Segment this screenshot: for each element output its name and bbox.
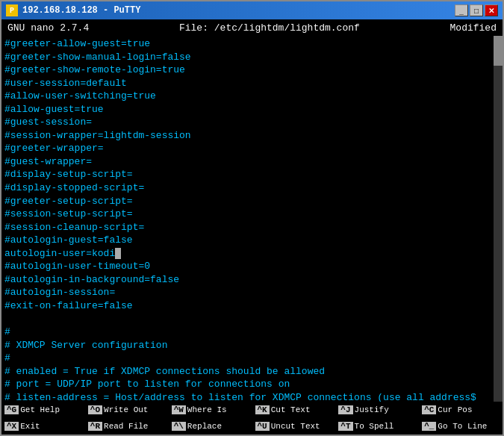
label-get-help: Get Help [20,405,60,414]
footer-item-gotoline[interactable]: ^_ Go To Line [419,418,503,435]
footer-item-gethelp[interactable]: ^G Get Help [1,402,85,418]
footer-item-exit[interactable]: ^X Exit [1,418,85,435]
footer-item-justify[interactable]: ^J Justify [335,402,419,418]
scrollbar[interactable] [494,36,503,402]
label-exit: Exit [20,422,40,431]
nano-status: Modified [450,22,497,34]
label-replace: Replace [187,422,222,431]
nano-file: File: /etc/lightdm/lightdm.conf [179,22,360,34]
terminal-body[interactable]: #greeter-allow-guest=true #greeter-show-… [1,36,503,402]
title-bar-left: P 192.168.18.128 - PuTTY [6,4,140,16]
footer-item-uncut[interactable]: ^U Uncut Text [252,418,336,435]
key-uncut: ^U [255,422,270,431]
scrollbar-thumb[interactable] [494,36,503,66]
key-cut-text: ^K [255,405,270,414]
label-to-spell: To Spell [355,422,394,431]
key-get-help: ^G [4,405,19,414]
label-cut-text: Cut Text [271,405,311,414]
minimize-button[interactable]: _ [455,4,468,16]
footer-item-writeout[interactable]: ^O Write Out [85,402,169,418]
footer-item-replace[interactable]: ^\ Replace [169,418,252,435]
nano-footer: ^G Get Help ^O Write Out ^W Where Is ^K … [1,402,503,435]
key-where-is: ^W [172,405,186,414]
footer-item-curpos[interactable]: ^C Cur Pos [419,402,503,418]
window-title: 192.168.18.128 - PuTTY [22,5,140,16]
footer-item-readfile[interactable]: ^R Read File [85,418,169,435]
close-button[interactable]: ✕ [485,4,498,16]
key-to-spell: ^T [338,422,352,431]
label-uncut: Uncut Text [271,422,320,431]
key-read-file: ^R [88,422,102,431]
label-go-to-line: Go To Line [438,422,487,431]
key-cur-pos: ^C [422,405,436,414]
footer-item-whereis[interactable]: ^W Where Is [169,402,252,418]
key-exit: ^X [4,422,19,431]
title-bar: P 192.168.18.128 - PuTTY _ □ ✕ [1,1,503,19]
key-replace: ^\ [172,422,186,431]
nano-header: GNU nano 2.7.4 File: /etc/lightdm/lightd… [1,19,503,36]
key-justify: ^J [338,405,352,414]
label-where-is: Where Is [187,405,227,414]
maximize-button[interactable]: □ [470,4,483,16]
label-justify: Justify [355,405,389,414]
label-read-file: Read File [104,422,148,431]
key-write-out: ^O [88,405,102,414]
label-write-out: Write Out [104,405,148,414]
putty-icon: P [6,4,18,16]
footer-item-tospell[interactable]: ^T To Spell [335,418,419,435]
terminal-content: #greeter-allow-guest=true #greeter-show-… [4,37,500,402]
footer-item-cuttext[interactable]: ^K Cut Text [252,402,336,418]
nano-version: GNU nano 2.7.4 [7,22,89,34]
putty-window: P 192.168.18.128 - PuTTY _ □ ✕ GNU nano … [0,0,504,436]
title-bar-buttons: _ □ ✕ [455,4,498,16]
key-go-to-line: ^_ [422,422,436,431]
label-cur-pos: Cur Pos [438,405,472,414]
